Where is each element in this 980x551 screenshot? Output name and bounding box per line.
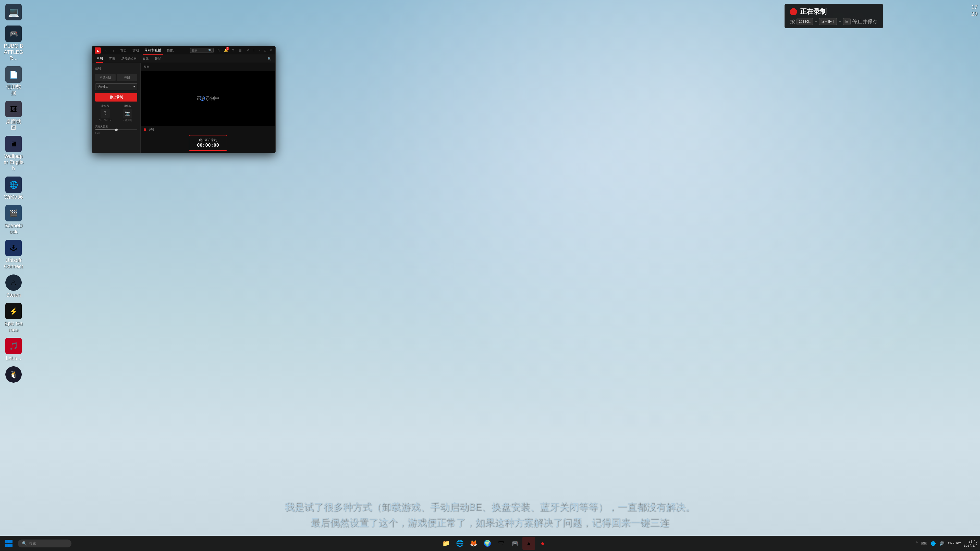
minute: 29: [971, 11, 977, 17]
camera-title: 摄像头: [124, 104, 131, 108]
sub-nav-record[interactable]: 录制: [96, 55, 103, 63]
desktop-icon-ubisoft[interactable]: 🕹 Ubisoft Connect: [2, 238, 25, 271]
tray-network[interactable]: 🌐: [930, 540, 937, 547]
nav-record-live[interactable]: 录制和直播: [143, 46, 163, 55]
sub-nav-editor[interactable]: 场景编辑器: [121, 55, 137, 63]
volume-label: 麦克风音量: [95, 125, 137, 128]
sub-nav-media[interactable]: 媒体: [142, 55, 149, 63]
desktop-icon-epic[interactable]: ⚡ Epic Games: [2, 302, 25, 334]
taskbar-edge[interactable]: 🌐: [453, 537, 466, 550]
start-button[interactable]: [3, 537, 15, 550]
clip-button[interactable]: 录像片段: [95, 74, 116, 81]
taskbar-search-box[interactable]: 🔍: [18, 540, 72, 548]
camera-control: 摄像头 📷 未检测到: [118, 104, 138, 122]
time-display: 17 29: [971, 4, 977, 17]
nav-home[interactable]: 首页: [119, 46, 128, 55]
screenshot-button[interactable]: 截图: [117, 74, 138, 81]
sub-nav-settings[interactable]: 设置: [154, 55, 162, 63]
recording-title: 正在录制: [800, 7, 827, 16]
desktop-icon-penguin[interactable]: 🐧: [2, 365, 25, 384]
desktop-icon-computer[interactable]: 💻: [2, 3, 25, 22]
scenedock-icon: 🎬: [5, 205, 22, 221]
taskbar-app8[interactable]: ●: [536, 537, 549, 550]
subtitle-line2: 最后偶然设置了这个，游戏便正常了，如果这种方案解决了问题，记得回来一键三连: [25, 515, 955, 530]
amd-content: 控制 录像片段 截图 活动窗口 ▾ 停止录制 麦克风 🎙 Ctrl+Shift+…: [92, 63, 275, 153]
recording-top: 正在录制: [790, 7, 878, 16]
tray-time: 21:46 2024/2/4: [964, 539, 978, 548]
nav-performance[interactable]: 性能: [165, 46, 175, 55]
desktop-icon-lala[interactable]: 🎵 LaLa...: [2, 336, 25, 363]
steam-label: Steam: [6, 292, 21, 298]
back-button[interactable]: ‹: [103, 48, 108, 53]
volume-fill: [95, 129, 116, 130]
desktop-icon-scenedock[interactable]: 🎬 SceneDock: [2, 203, 25, 236]
volume-handle[interactable]: [115, 129, 118, 131]
taskbar-app5[interactable]: 🛡: [495, 537, 508, 550]
mic-button[interactable]: 🎙: [100, 109, 110, 118]
nav-games[interactable]: 游戏: [131, 46, 141, 55]
lala-label: LaLa...: [6, 355, 21, 361]
stop-record-button[interactable]: 停止录制: [95, 93, 137, 102]
volume-value: 50%: [95, 131, 137, 134]
subtitle-line1: 我是试了很多种方式（卸载游戏、手动启动BE、换盘安装、蓝牙关闭等等），一直都没有…: [25, 499, 955, 515]
taskbar-search-input[interactable]: [29, 541, 67, 545]
scenedock-label: SceneDock: [3, 222, 24, 235]
taskbar-ie[interactable]: 🌍: [481, 537, 494, 550]
taskbar-amd[interactable]: ▲: [522, 537, 535, 550]
star-icon[interactable]: ☆: [216, 48, 221, 53]
wimo-label: WiMo36: [4, 194, 23, 200]
plus2: +: [838, 19, 842, 24]
taskbar-app6[interactable]: 🎮: [509, 537, 522, 550]
desktop-icon-pubg[interactable]: 🎮 PUBG BATTLEGR...: [2, 24, 25, 63]
taskbar-app-icons: 📁 🌐 🦊 🌍 🛡 🎮 ▲ ●: [74, 537, 915, 550]
minimize-button[interactable]: －: [258, 48, 262, 52]
subtitle-container: 我是试了很多种方式（卸载游戏、手动启动BE、换盘安装、蓝牙关闭等等），一直都没有…: [0, 499, 980, 530]
desktop-icon-wimo[interactable]: 🌐 WiMo36: [2, 175, 25, 202]
clock-date: 2024/2/4: [964, 543, 978, 548]
tray-sound[interactable]: 🔊: [939, 540, 945, 547]
taskbar-file-explorer[interactable]: 📁: [440, 537, 452, 550]
right-panel: 预览 正在录制中 录制 现在正在录制 00:00:00: [141, 63, 275, 153]
forward-button[interactable]: ›: [111, 48, 116, 53]
svg-rect-1: [9, 540, 13, 543]
recording-time-button[interactable]: 现在正在录制 00:00:00: [189, 135, 228, 151]
recording-timer: 00:00:00: [197, 142, 219, 148]
sub-nav-live[interactable]: 直播: [108, 55, 116, 63]
amd-titlebar: ▲ ‹ › 首页 游戏 录制和直播 性能 🔍 ☆ 🔔 1 ⚙ ☰ ⚙: [92, 46, 275, 55]
mic-title: 麦克风: [101, 104, 109, 108]
taskbar: 🔍 📁 🌐 🦊 🌍 🛡 🎮 ▲ ● ^ ⌨ 🌐 🔊 CNY/JPY 21:46 …: [0, 536, 980, 551]
desktop-icons-column: 💻 🎮 PUBG BATTLEGR... 📄 使用数据 🖼 桌面截图 🖥 Wal…: [0, 0, 28, 551]
settings-icon[interactable]: ⚙: [231, 48, 235, 53]
window-dropdown[interactable]: 活动窗口 ▾: [95, 83, 137, 90]
settings2-icon[interactable]: ⚙: [246, 48, 250, 52]
preview-header: 预览: [141, 63, 275, 71]
shortcut-prefix: 按: [790, 18, 795, 25]
svg-rect-2: [5, 544, 9, 547]
ctrl-key: CTRL: [797, 18, 813, 25]
taskbar-tray: ^ ⌨ 🌐 🔊 CNY/JPY 21:46 2024/2/4: [915, 539, 977, 548]
maximize-button[interactable]: □: [263, 48, 267, 52]
desktop-icon-screenshot[interactable]: 🖼 桌面截图: [2, 100, 25, 132]
notification-wrapper: 🔔 1: [223, 48, 228, 53]
desktop-icon-wallpaper[interactable]: 🖥 Wallpaper English: [2, 134, 25, 173]
search-icon: 🔍: [208, 49, 212, 52]
windows-logo-icon: [5, 540, 13, 547]
close-button[interactable]: ✕: [269, 48, 273, 52]
taskbar-browser2[interactable]: 🦊: [467, 537, 480, 550]
recording-indicator: 正在录制 按 CTRL + SHIFT + E 停止并保存: [784, 4, 883, 28]
epic-label: Epic Games: [3, 321, 24, 333]
search-input[interactable]: [192, 49, 207, 52]
info-icon[interactable]: ℹ: [252, 48, 256, 52]
tray-keyboard[interactable]: ⌨: [920, 540, 928, 547]
desktop-icon-steam[interactable]: ♨ Steam: [2, 273, 25, 300]
menu-icon[interactable]: ☰: [238, 48, 243, 53]
preview-area: 正在录制中: [141, 71, 275, 126]
camera-button[interactable]: 📷: [123, 109, 132, 118]
lala-icon: 🎵: [5, 338, 22, 354]
desktop-icon-data[interactable]: 📄 使用数据: [2, 65, 25, 97]
tray-chevron[interactable]: ^: [915, 540, 919, 547]
volume-slider[interactable]: [95, 129, 137, 130]
left-panel: 控制 录像片段 截图 活动窗口 ▾ 停止录制 麦克风 🎙 Ctrl+Shift+…: [92, 63, 141, 153]
search-box[interactable]: 🔍: [190, 48, 213, 53]
sub-nav-search-icon[interactable]: 🔍: [267, 57, 271, 61]
